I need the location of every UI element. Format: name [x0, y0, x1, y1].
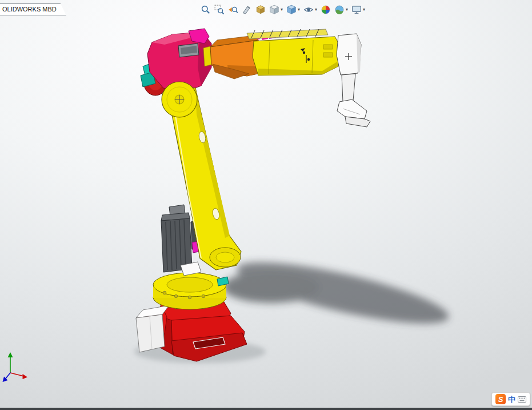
ime-keyboard-icon[interactable]	[518, 396, 526, 403]
view-settings-button[interactable]: ▾	[351, 4, 366, 15]
sogou-logo-icon[interactable]: S	[495, 394, 506, 404]
annotation-views-icon	[255, 5, 266, 15]
turntable-joint	[153, 273, 229, 309]
apply-scene-caret: ▾	[345, 7, 348, 12]
hide-show-items-button[interactable]: ▾	[303, 4, 318, 15]
zoom-to-fit-icon	[201, 5, 211, 15]
sogou-logo-letter: S	[498, 395, 503, 404]
view-orientation-icon	[269, 5, 279, 15]
section-view-button[interactable]	[241, 4, 253, 15]
display-style-icon	[286, 5, 297, 15]
view-orientation-button[interactable]: ▾	[269, 4, 283, 15]
display-style-button[interactable]: ▾	[286, 4, 301, 15]
mbd-document-tab[interactable]: OLIDWORKS MBD	[0, 3, 66, 15]
mbd-tab-label: OLIDWORKS MBD	[2, 6, 57, 13]
graphics-viewport[interactable]: OLIDWORKS MBD ▾ ▾ ▾	[0, 0, 532, 410]
edit-appearance-button[interactable]	[320, 4, 331, 15]
previous-view-icon	[228, 5, 238, 15]
view-orientation-caret: ▾	[280, 7, 283, 12]
dynamic-annotation-views-button[interactable]	[255, 4, 266, 15]
forearm-link	[247, 29, 341, 75]
ime-language-toggle[interactable]: 中	[508, 396, 515, 403]
heads-up-toolbar: ▾ ▾ ▾ ▾ ▾	[200, 4, 366, 15]
scene-canvas[interactable]	[0, 0, 532, 410]
apply-scene-button[interactable]: ▾	[334, 4, 349, 15]
zoom-to-area-button[interactable]	[214, 4, 225, 15]
section-view-icon	[242, 5, 252, 15]
hide-show-items-icon	[303, 5, 314, 15]
apply-scene-icon	[334, 5, 345, 15]
display-style-caret: ▾	[297, 7, 300, 12]
previous-view-button[interactable]	[227, 4, 239, 15]
orientation-triad	[3, 352, 28, 382]
edit-appearance-icon	[321, 5, 331, 15]
hide-show-items-caret: ▾	[314, 7, 317, 12]
ime-toolbar[interactable]: S 中	[491, 392, 530, 406]
wrist-end-effector	[337, 34, 370, 127]
view-settings-caret: ▾	[362, 7, 365, 12]
zoom-to-fit-button[interactable]	[200, 4, 211, 15]
robot-model[interactable]	[136, 29, 370, 361]
view-settings-icon	[351, 5, 362, 15]
robot-shadow	[223, 250, 453, 336]
window-bottom-edge	[0, 408, 532, 410]
zoom-to-area-icon	[214, 5, 225, 15]
